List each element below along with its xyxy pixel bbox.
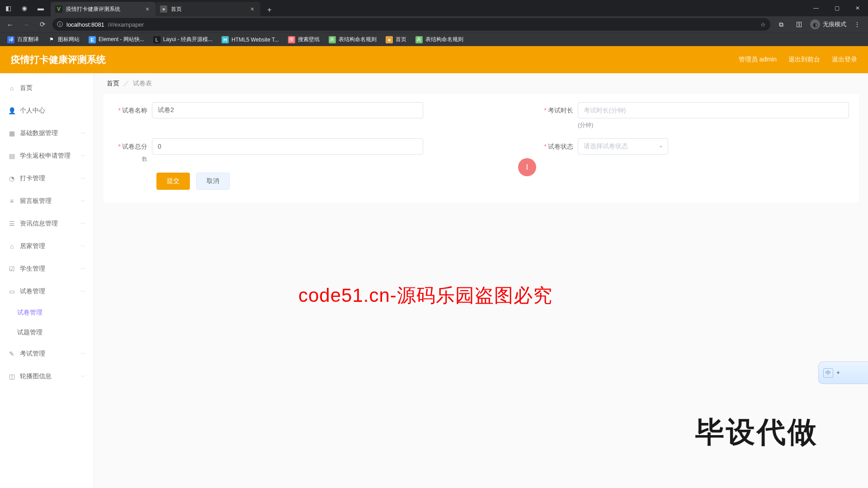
- app-window-icon: ▬: [33, 0, 49, 16]
- incognito-indicator[interactable]: ◐ 无痕模式: [810, 19, 846, 29]
- breadcrumb-home[interactable]: 首页: [107, 80, 119, 88]
- reading-list-icon[interactable]: ⧉: [774, 18, 788, 31]
- bookmark-item[interactable]: 译百度翻译: [4, 34, 42, 45]
- header-admin-label[interactable]: 管理员 admin: [739, 56, 777, 64]
- bookmark-item[interactable]: 表表结构命名规则: [412, 34, 467, 45]
- incognito-glyph-icon: ◉: [16, 0, 33, 16]
- header-logout-button[interactable]: 退出登录: [832, 56, 857, 64]
- paper-name-input[interactable]: [152, 102, 423, 118]
- window-maximize-button[interactable]: ▢: [826, 0, 847, 16]
- breadcrumb-sep-icon: ／: [123, 80, 129, 88]
- bookmark-item[interactable]: EElement - 网站快...: [85, 34, 148, 45]
- sidebar-item-label: 试卷管理: [20, 287, 45, 296]
- cancel-button[interactable]: 取消: [196, 173, 230, 190]
- nav-reload-button[interactable]: ⟳: [36, 18, 49, 31]
- sidebar-item[interactable]: ⌂居家管理﹀: [0, 235, 94, 258]
- sidebar-icon: 👤: [8, 107, 15, 114]
- incognito-icon: ◐: [810, 19, 820, 29]
- sidebar-item[interactable]: 👤个人中心: [0, 99, 94, 122]
- sidebar-item[interactable]: ☰资讯信息管理﹀: [0, 212, 94, 235]
- sidebar-icon: ≡: [8, 197, 15, 205]
- new-tab-button[interactable]: +: [263, 4, 276, 16]
- submit-button[interactable]: 提交: [156, 173, 190, 190]
- app-title: 疫情打卡健康评测系统: [11, 53, 106, 66]
- browser-tab-active[interactable]: V 疫情打卡健康评测系统 ×: [51, 2, 156, 16]
- sidebar-icon: ▦: [8, 130, 15, 137]
- bookmark-icon: 表: [329, 36, 336, 43]
- window-close-button[interactable]: ✕: [847, 0, 868, 16]
- browser-tab[interactable]: ● 首页 ×: [156, 2, 260, 16]
- bookmark-icon: H: [222, 36, 229, 43]
- chevron-down-icon: ﹀: [80, 131, 85, 136]
- duration-label: 考试时长: [539, 102, 578, 118]
- sidebar-subitem-paper[interactable]: 试卷管理: [0, 303, 94, 323]
- chevron-down-icon: ﹀: [80, 221, 85, 226]
- sidebar-icon: ▤: [8, 152, 15, 160]
- sidebar: ⌂首页👤个人中心▦基础数据管理﹀▤学生返校申请管理﹀◔打卡管理﹀≡留言板管理﹀☰…: [0, 73, 94, 488]
- sidebar-item[interactable]: ◔打卡管理﹀: [0, 167, 94, 190]
- bookmark-item[interactable]: ●首页: [382, 34, 410, 45]
- bookmark-label: 图标网站: [58, 36, 80, 43]
- tab-title: 疫情打卡健康评测系统: [66, 5, 140, 13]
- browser-menu-button[interactable]: ⋮: [850, 18, 864, 31]
- password-key-icon[interactable]: ⚿: [792, 18, 807, 31]
- bookmark-item[interactable]: LLayui - 经典开源模...: [150, 34, 216, 45]
- header-exit-front-button[interactable]: 退出到前台: [788, 56, 820, 64]
- sidebar-item[interactable]: ◫轮播图信息﹀: [0, 365, 94, 388]
- chevron-down-icon: ﹀: [80, 176, 85, 181]
- sidebar-item[interactable]: ✎考试管理﹀: [0, 343, 94, 365]
- chevron-down-icon: ▾: [660, 144, 662, 148]
- site-info-icon[interactable]: ⓘ: [57, 20, 63, 28]
- sidebar-item-label: 学生管理: [20, 265, 45, 273]
- sidebar-icon: ⌂: [8, 243, 15, 250]
- close-tab-icon[interactable]: ×: [144, 5, 151, 13]
- chevron-down-icon: ﹀: [80, 267, 85, 272]
- bookmarks-bar: 译百度翻译⚑图标网站EElement - 网站快...LLayui - 经典开源…: [0, 33, 868, 46]
- bookmark-icon: 译: [7, 36, 14, 43]
- bookmark-item[interactable]: HHTML5 Website T...: [218, 34, 283, 45]
- url-path: /#/exampaper: [108, 21, 144, 28]
- sidebar-subitem-question[interactable]: 试题管理: [0, 323, 94, 343]
- bookmark-label: Layui - 经典开源模...: [163, 36, 212, 43]
- sidebar-item[interactable]: ▤学生返校申请管理﹀: [0, 145, 94, 167]
- status-select[interactable]: 请选择试卷状态 ▾: [578, 138, 668, 155]
- sidebar-item[interactable]: ⌂首页: [0, 77, 94, 99]
- app-header: 疫情打卡健康评测系统 管理员 admin 退出到前台 退出登录: [0, 46, 868, 73]
- sidebar-item[interactable]: ▦基础数据管理﹀: [0, 122, 94, 145]
- sidebar-item[interactable]: ≡留言板管理﹀: [0, 190, 94, 212]
- duration-input[interactable]: [578, 102, 849, 118]
- ime-lang[interactable]: 中: [823, 368, 833, 378]
- sidebar-item-label: 留言板管理: [20, 197, 52, 205]
- chevron-down-icon: ﹀: [80, 374, 85, 379]
- bookmark-star-icon[interactable]: ☆: [760, 21, 766, 28]
- tab-strip: V 疫情打卡健康评测系统 × ● 首页 × +: [49, 0, 806, 16]
- ime-toolbar[interactable]: 中 ✦: [818, 361, 868, 384]
- score-label-sub: 数: [113, 155, 152, 164]
- system-menu-icon[interactable]: ◧: [0, 0, 16, 16]
- bookmark-label: HTML5 Website T...: [231, 37, 279, 43]
- sidebar-item[interactable]: ▭试卷管理﹀: [0, 280, 94, 303]
- bookmark-icon: 表: [415, 36, 423, 43]
- sidebar-item[interactable]: ☑学生管理﹀: [0, 258, 94, 280]
- bookmark-item[interactable]: ⚑图标网站: [44, 34, 83, 45]
- score-input[interactable]: [152, 138, 423, 155]
- status-label: 试卷状态: [539, 138, 578, 155]
- bookmark-item[interactable]: 表表结构命名规则: [325, 34, 380, 45]
- corner-brand: 毕设代做: [695, 413, 818, 452]
- sidebar-item-label: 学生返校申请管理: [20, 152, 71, 160]
- bookmark-item[interactable]: 搜搜索壁纸: [284, 34, 323, 45]
- bookmark-label: 搜索壁纸: [298, 36, 320, 43]
- bookmark-label: 百度翻译: [17, 36, 39, 43]
- sidebar-item-label: 基础数据管理: [20, 129, 58, 137]
- sidebar-icon: ☑: [8, 265, 15, 272]
- tab-title: 首页: [171, 5, 245, 13]
- window-minimize-button[interactable]: ―: [806, 0, 826, 16]
- exam-paper-form: 试卷名称 考试时长 (分钟): [103, 94, 859, 202]
- url-bar[interactable]: ⓘ localhost:8081 /#/exampaper ☆: [52, 18, 770, 31]
- close-tab-icon[interactable]: ×: [249, 5, 256, 13]
- ime-tool-icon[interactable]: ✦: [836, 370, 840, 376]
- watermark-banner: code51.cn-源码乐园盗图必究: [298, 283, 552, 308]
- bookmark-label: 表结构命名规则: [425, 36, 463, 43]
- bookmark-icon: ●: [386, 36, 393, 43]
- nav-back-button[interactable]: ←: [4, 18, 16, 31]
